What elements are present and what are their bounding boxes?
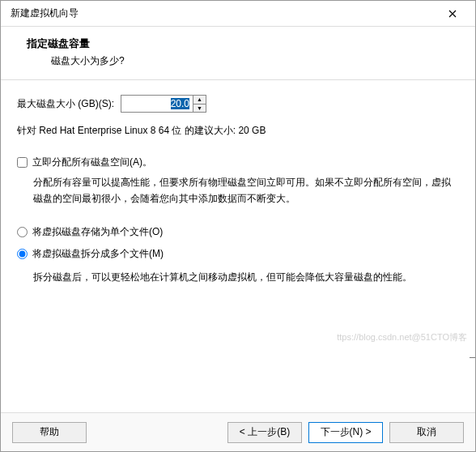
allocate-now-label[interactable]: 立即分配所有磁盘空间(A)。 bbox=[32, 156, 152, 169]
side-tick-icon bbox=[470, 357, 475, 358]
disk-size-label: 最大磁盘大小 (GB)(S): bbox=[17, 97, 114, 111]
recommended-size: 针对 Red Hat Enterprise Linux 8 64 位 的建议大小… bbox=[17, 124, 459, 138]
allocate-now-desc: 分配所有容量可以提高性能，但要求所有物理磁盘空间立即可用。如果不立即分配所有空间… bbox=[17, 174, 459, 207]
store-single-radio[interactable] bbox=[17, 227, 28, 237]
titlebar: 新建虚拟机向导 bbox=[1, 1, 475, 27]
cancel-button[interactable]: 取消 bbox=[389, 422, 464, 443]
store-split-label[interactable]: 将虚拟磁盘拆分成多个文件(M) bbox=[32, 247, 164, 261]
store-split-radio[interactable] bbox=[17, 249, 28, 259]
allocate-now-row: 立即分配所有磁盘空间(A)。 bbox=[17, 156, 459, 169]
disk-size-spinner: ▲ ▼ bbox=[121, 95, 206, 113]
disk-size-row: 最大磁盘大小 (GB)(S): ▲ ▼ bbox=[17, 95, 459, 113]
store-split-row: 将虚拟磁盘拆分成多个文件(M) bbox=[17, 247, 459, 261]
wizard-content: 最大磁盘大小 (GB)(S): ▲ ▼ 针对 Red Hat Enterpris… bbox=[1, 80, 475, 412]
wizard-header: 指定磁盘容量 磁盘大小为多少? bbox=[1, 27, 475, 80]
header-subtitle: 磁盘大小为多少? bbox=[14, 54, 462, 68]
wizard-footer: 帮助 < 上一步(B) 下一步(N) > 取消 bbox=[1, 412, 475, 451]
disk-size-input[interactable] bbox=[121, 96, 193, 112]
spinner-buttons: ▲ ▼ bbox=[193, 96, 206, 112]
wizard-window: 新建虚拟机向导 指定磁盘容量 磁盘大小为多少? 最大磁盘大小 (GB)(S): … bbox=[0, 0, 476, 452]
window-title: 新建虚拟机向导 bbox=[11, 6, 436, 20]
spin-down-icon[interactable]: ▼ bbox=[193, 104, 206, 113]
allocate-now-checkbox[interactable] bbox=[17, 157, 28, 168]
store-single-row: 将虚拟磁盘存储为单个文件(O) bbox=[17, 225, 459, 239]
header-title: 指定磁盘容量 bbox=[14, 36, 462, 51]
store-split-desc: 拆分磁盘后，可以更轻松地在计算机之间移动虚拟机，但可能会降低大容量磁盘的性能。 bbox=[17, 269, 459, 285]
help-button[interactable]: 帮助 bbox=[12, 422, 87, 443]
close-icon[interactable] bbox=[436, 2, 469, 25]
spin-up-icon[interactable]: ▲ bbox=[193, 96, 206, 104]
back-button[interactable]: < 上一步(B) bbox=[227, 422, 302, 443]
store-single-label[interactable]: 将虚拟磁盘存储为单个文件(O) bbox=[32, 225, 163, 239]
next-button[interactable]: 下一步(N) > bbox=[308, 422, 383, 443]
watermark-text: ttps://blog.csdn.net@51CTO博客 bbox=[337, 331, 467, 343]
